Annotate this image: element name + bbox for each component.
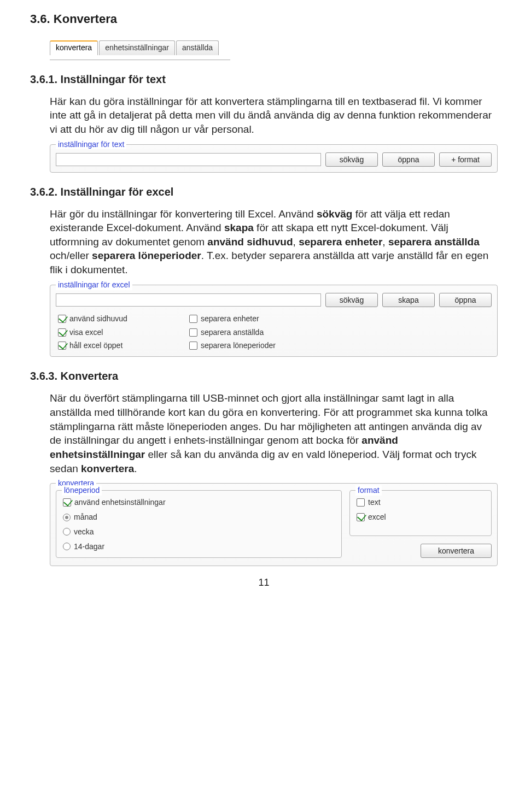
chk-label: separera anställda <box>201 327 264 338</box>
heading-3-6: 3.6. Konvertera <box>30 11 498 27</box>
chk-anvand-enhetsinstallningar[interactable]: använd enhetsinställningar <box>63 497 335 508</box>
radio-label: vecka <box>74 527 94 537</box>
chk-visa-excel[interactable]: visa excel <box>58 327 167 338</box>
panel-text-settings: inställningar för text sökväg öppna + fo… <box>50 144 498 173</box>
heading-3-6-1: 3.6.1. Inställningar för text <box>30 72 498 87</box>
bold-anvand-sidhuvud: använd sidhuvud <box>207 236 293 248</box>
sub-legend-format: format <box>355 485 382 496</box>
t: och/eller <box>50 250 92 261</box>
t: Här gör du inställningar för konverterin… <box>50 208 317 220</box>
panel-konvertera: konvertera löneperiod använd enhetsinstä… <box>50 483 498 566</box>
heading-3-6-2: 3.6.2. Inställningar för excel <box>30 185 498 199</box>
chk-anvand-sidhuvud[interactable]: använd sidhuvud <box>58 314 167 324</box>
bold-separera-enheter: separera enheter <box>299 236 382 248</box>
heading-3-6-3: 3.6.3. Konvertera <box>30 369 498 384</box>
t: . <box>134 463 137 474</box>
btn-sokvag-text[interactable]: sökväg <box>325 152 378 167</box>
checkbox-icon <box>58 328 66 337</box>
t: , <box>382 236 388 248</box>
chk-separera-loneperioder[interactable]: separera löneperioder <box>189 340 331 351</box>
checkbox-icon <box>63 498 71 507</box>
page-number: 11 <box>30 576 498 589</box>
chk-label: excel <box>368 512 386 522</box>
subpanel-loneperiod: löneperiod använd enhetsinställningar må… <box>56 490 342 558</box>
subpanel-format: format text excel <box>349 490 492 536</box>
chk-label: använd sidhuvud <box>69 314 127 324</box>
chk-label: använd enhetsinställningar <box>74 497 166 508</box>
tab-anstallda[interactable]: anställda <box>176 40 219 55</box>
radio-label: månad <box>74 512 97 522</box>
checkbox-icon <box>189 342 197 350</box>
tab-enhetsinstallningar[interactable]: enhetsinställningar <box>99 40 175 55</box>
checkbox-icon <box>58 315 66 323</box>
btn-plus-format[interactable]: + format <box>439 152 492 167</box>
checkbox-icon <box>58 342 66 350</box>
chk-label: visa excel <box>69 327 103 338</box>
chk-hall-excel-oppet[interactable]: håll excel öppet <box>58 340 167 351</box>
chk-format-excel[interactable]: excel <box>357 512 485 522</box>
btn-oppna-text[interactable]: öppna <box>382 152 435 167</box>
btn-sokvag-excel[interactable]: sökväg <box>325 293 378 307</box>
radio-label: 14-dagar <box>74 542 104 552</box>
t: , <box>293 236 299 248</box>
tab-konvertera[interactable]: konvertera <box>50 40 98 55</box>
checkbox-icon <box>357 513 365 521</box>
chk-separera-enheter[interactable]: separera enheter <box>189 314 331 324</box>
btn-konvertera[interactable]: konvertera <box>421 544 492 558</box>
paragraph-363: När du överfört stämplingarna till USB-m… <box>50 391 493 475</box>
text-path-input[interactable] <box>56 153 321 166</box>
btn-oppna-excel[interactable]: öppna <box>439 293 492 307</box>
tabstrip-underline <box>50 60 230 60</box>
radio-icon <box>63 543 71 550</box>
paragraph-362: Här gör du inställningar för konverterin… <box>50 207 493 277</box>
chk-label: separera enheter <box>201 314 259 324</box>
chk-label: text <box>368 497 381 508</box>
bold-sokvag: sökväg <box>317 208 352 220</box>
radio-icon <box>63 514 71 521</box>
panel-excel-settings: inställningar för excel sökväg skapa öpp… <box>50 285 498 357</box>
radio-manad[interactable]: månad <box>63 512 335 522</box>
paragraph-361: Här kan du göra inställningar för att ko… <box>50 95 493 137</box>
chk-label: håll excel öppet <box>69 340 122 351</box>
checkbox-icon <box>189 315 197 323</box>
excel-path-input[interactable] <box>56 293 321 307</box>
chk-format-text[interactable]: text <box>357 497 485 508</box>
chk-label: separera löneperioder <box>201 340 276 351</box>
radio-icon <box>63 528 71 536</box>
checkbox-icon <box>189 328 197 337</box>
t: När du överfört stämplingarna till USB-m… <box>50 392 488 446</box>
checkbox-icon <box>357 498 365 507</box>
bold-separera-loneperioder: separera löneperioder <box>92 250 201 261</box>
panel-legend-excel: inställningar för excel <box>56 280 132 290</box>
chk-separera-anstallda[interactable]: separera anställda <box>189 327 331 338</box>
bold-separera-anstallda: separera anställda <box>388 236 480 248</box>
bold-konvertera: konvertera <box>81 463 134 474</box>
screenshot-tabs: konvertera enhetsinställningar anställda <box>50 40 498 55</box>
radio-14-dagar[interactable]: 14-dagar <box>63 542 335 552</box>
btn-skapa-excel[interactable]: skapa <box>382 293 435 307</box>
bold-skapa: skapa <box>224 222 254 233</box>
sub-legend-loneperiod: löneperiod <box>62 485 102 496</box>
radio-vecka[interactable]: vecka <box>63 527 335 537</box>
panel-legend-text: inställningar för text <box>56 139 126 150</box>
